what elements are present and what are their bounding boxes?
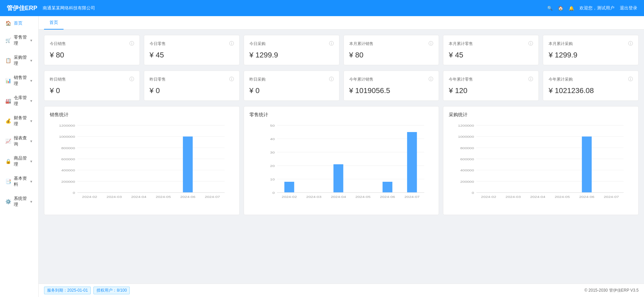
stat-title: 今年累计销售 ⓘ xyxy=(349,76,434,82)
finance-icon: 💰 xyxy=(5,118,11,124)
stat-card: 今日采购 ⓘ ¥ 1299.9 xyxy=(244,35,339,65)
sidebar-item-basic[interactable]: 📑 基本资料 ▼ xyxy=(0,171,38,192)
info-icon[interactable]: ⓘ xyxy=(329,76,334,82)
stats-row1: 今日销售 ⓘ ¥ 80 今日零售 ⓘ ¥ 45 今日采购 ⓘ ¥ 1299.9 … xyxy=(44,35,639,65)
stat-title: 本月累计采购 ⓘ xyxy=(549,41,633,47)
svg-text:2024-05: 2024-05 xyxy=(355,195,370,199)
logout-button[interactable]: 退出登录 xyxy=(620,5,637,11)
system-icon: ⚙️ xyxy=(5,199,11,204)
welcome-text: 欢迎您，测试用户 xyxy=(579,5,614,11)
svg-text:400000: 400000 xyxy=(61,169,75,172)
info-icon[interactable]: ⓘ xyxy=(528,41,533,47)
stat-value: ¥ 80 xyxy=(349,51,434,59)
sidebar-item-home[interactable]: 🏠 首页 xyxy=(0,16,38,30)
stat-value: ¥ 80 xyxy=(50,51,134,59)
sidebar-item-label: 财务管理 xyxy=(14,115,30,127)
chart-container: 0200000400000600000800000100000012000002… xyxy=(50,122,234,209)
info-icon[interactable]: ⓘ xyxy=(129,76,134,82)
stat-title: 本月累计销售 ⓘ xyxy=(349,41,434,47)
page-content: 今日销售 ⓘ ¥ 80 今日零售 ⓘ ¥ 45 今日采购 ⓘ ¥ 1299.9 … xyxy=(39,30,644,284)
sidebar-item-label: 仓库管理 xyxy=(14,95,30,107)
stat-value: ¥ 0 xyxy=(50,86,134,95)
sidebar-item-system[interactable]: ⚙️ 系统管理 ▼ xyxy=(0,192,38,212)
info-icon[interactable]: ⓘ xyxy=(628,76,633,82)
svg-text:2024-02: 2024-02 xyxy=(481,195,496,199)
copyright-text: © 2015-2030 管伊佳ERP V3.5 xyxy=(585,288,639,293)
chevron-down-icon: ▼ xyxy=(30,59,33,62)
sidebar-item-report[interactable]: 📈 报表查询 ▼ xyxy=(0,131,38,151)
sidebar-item-finance[interactable]: 💰 财务管理 ▼ xyxy=(0,111,38,131)
stat-value: ¥ 0 xyxy=(249,86,334,95)
chart-title: 采购统计 xyxy=(449,112,633,118)
sidebar-item-warehouse[interactable]: 🏭 仓库管理 ▼ xyxy=(0,91,38,111)
tab-home[interactable]: 首页 xyxy=(44,16,64,30)
chart-container: 010203040502024-022024-032024-042024-052… xyxy=(249,122,434,209)
sidebar-item-label: 采购管理 xyxy=(14,54,30,67)
svg-text:1200000: 1200000 xyxy=(59,124,75,127)
stat-card: 昨日采购 ⓘ ¥ 0 xyxy=(244,71,339,101)
svg-text:2024-03: 2024-03 xyxy=(107,195,122,199)
charts-grid: 销售统计020000040000060000080000010000001200… xyxy=(44,106,639,215)
svg-text:2024-06: 2024-06 xyxy=(579,195,595,199)
stat-title: 今日销售 ⓘ xyxy=(50,41,134,47)
bell-icon[interactable]: 🔔 xyxy=(569,6,574,11)
sidebar-item-purchase[interactable]: 📋 采购管理 ▼ xyxy=(0,50,38,71)
sidebar-item-label: 系统管理 xyxy=(14,196,30,208)
sidebar-item-sales[interactable]: 📊 销售管理 ▼ xyxy=(0,71,38,91)
stat-title: 昨日采购 ⓘ xyxy=(249,76,334,82)
sidebar-item-label: 首页 xyxy=(14,20,23,26)
info-icon[interactable]: ⓘ xyxy=(628,41,633,47)
stat-card: 今年累计零售 ⓘ ¥ 120 xyxy=(443,71,539,101)
svg-rect-47 xyxy=(383,182,392,193)
svg-text:2024-06: 2024-06 xyxy=(380,195,395,199)
svg-rect-39 xyxy=(284,182,294,193)
info-icon[interactable]: ⓘ xyxy=(429,41,433,47)
home-icon[interactable]: 🏠 xyxy=(558,6,563,11)
stat-card: 昨日零售 ⓘ ¥ 0 xyxy=(144,71,240,101)
info-icon[interactable]: ⓘ xyxy=(129,41,134,47)
svg-rect-49 xyxy=(407,132,417,193)
svg-text:2024-03: 2024-03 xyxy=(506,195,521,199)
chevron-down-icon: ▼ xyxy=(30,139,33,143)
stat-title: 昨日销售 ⓘ xyxy=(50,76,134,82)
warehouse-icon: 🏭 xyxy=(5,98,11,103)
info-icon[interactable]: ⓘ xyxy=(229,76,234,82)
stat-card: 本月累计零售 ⓘ ¥ 45 xyxy=(443,35,539,65)
expire-badge: 服务到期：2025-01-01 xyxy=(44,287,91,294)
svg-text:2024-04: 2024-04 xyxy=(331,195,346,199)
sidebar-item-label: 基本资料 xyxy=(14,175,30,187)
stat-card: 今日零售 ⓘ ¥ 45 xyxy=(144,35,240,65)
info-icon[interactable]: ⓘ xyxy=(329,41,334,47)
svg-text:600000: 600000 xyxy=(61,158,75,161)
stat-card: 今年累计销售 ⓘ ¥ 1019056.5 xyxy=(344,71,439,101)
stat-value: ¥ 45 xyxy=(150,51,234,59)
stat-value: ¥ 1299.9 xyxy=(549,51,633,59)
svg-text:2024-02: 2024-02 xyxy=(82,195,97,199)
sidebar-item-label: 销售管理 xyxy=(14,75,30,87)
info-icon[interactable]: ⓘ xyxy=(229,41,234,47)
stat-value: ¥ 0 xyxy=(150,86,234,95)
stat-value: ¥ 120 xyxy=(449,86,533,95)
stat-value: ¥ 1299.9 xyxy=(249,51,334,59)
svg-rect-43 xyxy=(333,164,343,193)
svg-text:200000: 200000 xyxy=(61,180,75,183)
footer-left: 服务到期：2025-01-01 授权用户：8/100 xyxy=(44,287,130,294)
sidebar-item-label: 零售管理 xyxy=(14,34,30,46)
sidebar-item-goods[interactable]: 🔒 商品管理 ▼ xyxy=(0,151,38,171)
svg-text:800000: 800000 xyxy=(61,146,75,150)
info-icon[interactable]: ⓘ xyxy=(429,76,433,82)
svg-text:0: 0 xyxy=(73,191,75,195)
info-icon[interactable]: ⓘ xyxy=(528,76,533,82)
chart-card: 采购统计020000040000060000080000010000001200… xyxy=(443,106,639,215)
svg-text:2024-04: 2024-04 xyxy=(530,195,545,199)
sidebar: 🏠 首页 🛒 零售管理 ▼ 📋 采购管理 ▼ 📊 销售管理 ▼ 🏭 仓库管理 ▼… xyxy=(0,16,39,297)
sidebar-item-label: 商品管理 xyxy=(14,155,30,167)
sidebar-item-retail[interactable]: 🛒 零售管理 ▼ xyxy=(0,30,38,50)
sales-icon: 📊 xyxy=(5,78,11,83)
chevron-down-icon: ▼ xyxy=(30,200,33,204)
content-area: 首页 今日销售 ⓘ ¥ 80 今日零售 ⓘ ¥ 45 今日采购 ⓘ ¥ 1299… xyxy=(39,16,644,297)
svg-text:10: 10 xyxy=(270,178,275,181)
stat-title: 昨日零售 ⓘ xyxy=(150,76,234,82)
main-layout: 🏠 首页 🛒 零售管理 ▼ 📋 采购管理 ▼ 📊 销售管理 ▼ 🏭 仓库管理 ▼… xyxy=(0,16,644,297)
search-icon[interactable]: 🔍 xyxy=(547,6,553,11)
